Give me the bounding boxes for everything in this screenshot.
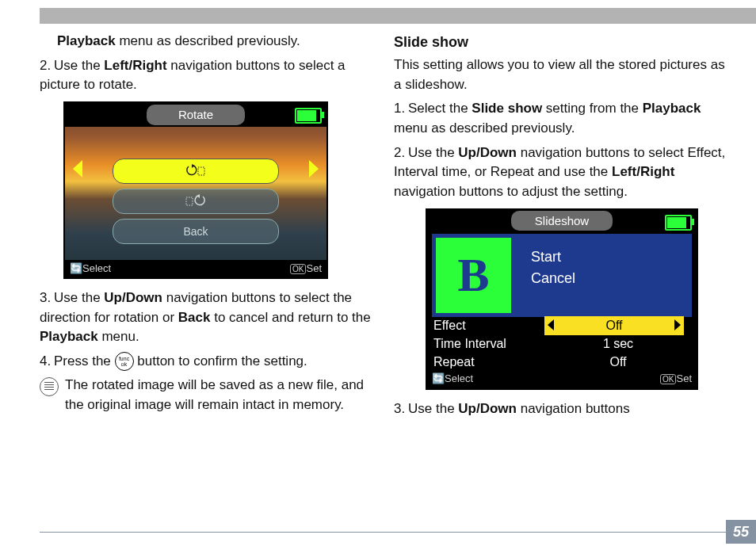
rotate-footer: 🔄Select OKSet [65, 260, 326, 277]
slide-actions: Start Cancel [515, 234, 692, 317]
chevron-left-icon [548, 319, 554, 330]
step-3: 3. Use the Up/Down navigation buttons to… [40, 288, 378, 347]
slide-settings-table: Effect Off Time Interval 1 sec Repeat Of… [432, 317, 692, 372]
header-bar [40, 8, 756, 24]
nav-right-icon [309, 160, 319, 178]
slide-footer: 🔄Select OKSet [427, 371, 697, 388]
right-column: Slide show This setting allows you to vi… [394, 32, 732, 510]
content-area: Playback menu as described previously. 2… [40, 32, 732, 510]
footer-select: 🔄Select [432, 372, 473, 387]
slideshow-screenshot: Slideshow B Start Cancel Effect Off Time… [426, 208, 698, 390]
rotate-screenshot: Rotate Back 🔄Select OKSet [63, 101, 328, 279]
func-ok-icon: funcok [115, 352, 134, 371]
left-column: Playback menu as described previously. 2… [40, 32, 378, 510]
page-number: 55 [726, 520, 756, 544]
slide-title-bar: Slideshow [427, 210, 697, 232]
rotate-title: Rotate [147, 105, 245, 125]
rotate-title-bar: Rotate [65, 103, 326, 127]
battery-icon [665, 215, 692, 231]
step-4: 4. Press the funcok button to confirm th… [40, 352, 378, 372]
table-row[interactable]: Effect Off [432, 317, 692, 335]
slide-start[interactable]: Start [531, 246, 692, 268]
footer-okset: OKSet [660, 372, 692, 387]
note-icon [40, 377, 59, 396]
battery-icon [295, 108, 322, 124]
rotate-menu: Back [113, 159, 279, 249]
note: The rotated image will be saved as a new… [40, 376, 378, 414]
nav-left-icon [73, 160, 82, 178]
svg-rect-1 [186, 197, 193, 205]
note-text: The rotated image will be saved as a new… [65, 376, 378, 414]
step-3: 3. Use the Up/Down navigation buttons [394, 399, 732, 419]
step-2: 2. Use the Up/Down navigation buttons to… [394, 143, 732, 202]
slide-thumbnail: B [436, 238, 511, 313]
rotate-option-back[interactable]: Back [113, 219, 279, 244]
rotate-option-cw[interactable] [113, 189, 279, 214]
table-row[interactable]: Time Interval 1 sec [432, 335, 692, 353]
rotate-option-ccw[interactable] [113, 159, 279, 184]
slide-main-panel: B Start Cancel [432, 234, 692, 317]
footer-select: 🔄Select [70, 262, 111, 277]
step-2: 2. Use the Left/Right navigation buttons… [40, 56, 378, 95]
section-heading: Slide show [394, 32, 732, 52]
slide-cancel[interactable]: Cancel [531, 268, 692, 289]
chevron-right-icon [674, 319, 681, 330]
footer-divider [40, 532, 726, 533]
intro-text: This setting allows you to view all the … [394, 55, 732, 94]
slide-title: Slideshow [511, 211, 613, 231]
svg-rect-0 [198, 167, 204, 175]
table-row[interactable]: Repeat Off [432, 353, 692, 372]
text-line: Playback menu as described previously. [40, 32, 378, 52]
footer-okset: OKSet [290, 262, 322, 277]
step-1: 1. Select the Slide show setting from th… [394, 99, 732, 138]
